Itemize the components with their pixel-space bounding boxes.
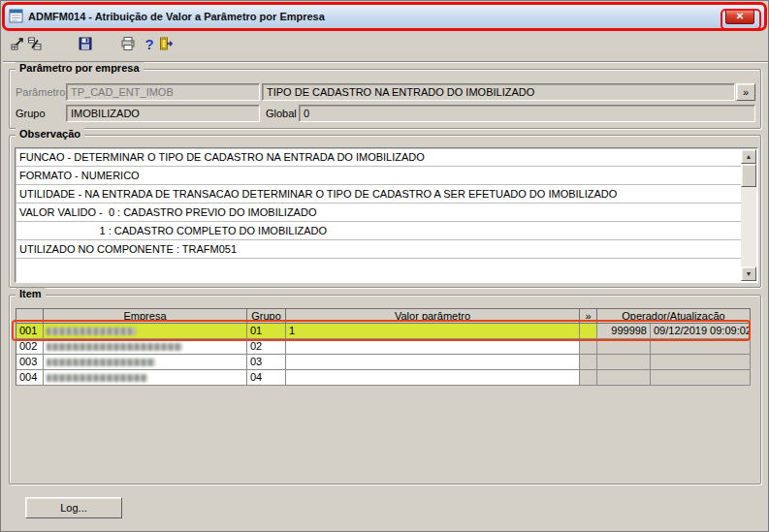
- header-expand-button[interactable]: »: [580, 309, 597, 324]
- observacao-line: FUNCAO - DETERMINAR O TIPO DE CADASTRO N…: [16, 148, 741, 167]
- observacao-line: UTILIDADE - NA ENTRADA DE TRANSACAO DETE…: [16, 185, 741, 203]
- redacted-company-name: [47, 359, 155, 366]
- item-group-title: Item: [16, 288, 46, 299]
- parametro-group-title: Parâmetro por empresa: [16, 62, 144, 74]
- atualizacao-cell: 09/12/2019 09:09:02: [651, 324, 751, 339]
- grupo-field[interactable]: IMOBILIZADO: [66, 105, 260, 122]
- observacao-line: 1 : CADASTRO COMPLETO DO IMOBILIZADO: [16, 222, 741, 240]
- duplicate-record-icon[interactable]: [26, 35, 44, 52]
- redacted-company-name: [47, 374, 147, 382]
- operador-cell: 999998: [597, 324, 651, 339]
- operador-cell: [597, 355, 651, 370]
- parametro-code-field[interactable]: TP_CAD_ENT_IMOB: [66, 83, 260, 101]
- log-button[interactable]: Log...: [25, 497, 122, 518]
- row-number-cell[interactable]: 003: [16, 355, 44, 370]
- atualizacao-cell: [651, 355, 751, 370]
- observacao-group-title: Observação: [16, 128, 84, 140]
- empresa-cell[interactable]: [44, 324, 247, 339]
- observacao-memo[interactable]: FUNCAO - DETERMINAR O TIPO DE CADASTRO N…: [15, 147, 758, 283]
- window-title: ADMFM014 - Atribuição de Valor a Parâmet…: [28, 11, 325, 22]
- help-icon[interactable]: ?: [141, 35, 158, 52]
- atualizacao-cell: [651, 370, 751, 386]
- header-operador-atualizacao: Operador/Atualização: [597, 309, 751, 324]
- parametro-groupbox: Parâmetro por empresa Parâmetro TP_CAD_E…: [9, 69, 761, 129]
- observacao-line: UTILIZADO NO COMPONENTE : TRAFM051: [16, 240, 741, 259]
- scroll-up-icon[interactable]: ▲: [741, 149, 756, 164]
- redacted-company-name: [47, 328, 136, 335]
- grupo-cell[interactable]: 02: [247, 339, 286, 355]
- row-number-cell[interactable]: 004: [16, 370, 44, 386]
- app-window: ADMFM014 - Atribuição de Valor a Parâmet…: [0, 0, 769, 532]
- titlebar[interactable]: ADMFM014 - Atribuição de Valor a Parâmet…: [5, 5, 766, 27]
- empresa-cell[interactable]: [44, 355, 247, 370]
- empresa-cell[interactable]: [44, 339, 247, 355]
- grupo-cell[interactable]: 01: [247, 324, 286, 339]
- header-grupo: Grupo: [247, 309, 286, 324]
- item-grid: Empresa Grupo Valor parâmetro » Operador…: [16, 308, 751, 386]
- operador-cell: [597, 370, 651, 386]
- observacao-groupbox: Observação FUNCAO - DETERMINAR O TIPO DE…: [9, 135, 761, 288]
- valor-parametro-cell[interactable]: 1: [286, 324, 580, 339]
- expand-cell[interactable]: [580, 324, 597, 339]
- app-icon: [9, 9, 23, 23]
- grupo-label: Grupo: [16, 105, 46, 122]
- exit-icon[interactable]: [157, 35, 175, 52]
- header-empresa: Empresa: [44, 309, 247, 324]
- global-label: Global: [266, 105, 297, 122]
- global-field[interactable]: 0: [299, 105, 755, 122]
- valor-parametro-cell[interactable]: [286, 370, 580, 386]
- expand-cell[interactable]: [580, 355, 597, 370]
- toolbar: ?: [1, 32, 768, 58]
- parametro-desc-field[interactable]: TIPO DE CADASTRO NA ENTRADO DO IMOBILIZA…: [262, 83, 735, 101]
- row-number-cell[interactable]: 001: [16, 324, 44, 339]
- transfer-record-icon[interactable]: [9, 35, 26, 52]
- expand-cell[interactable]: [580, 370, 597, 386]
- expand-cell[interactable]: [580, 339, 597, 355]
- parametro-label: Parâmetro: [16, 83, 65, 101]
- header-rownum: [16, 309, 44, 324]
- scrollbar-thumb[interactable]: [741, 164, 756, 187]
- memo-scrollbar[interactable]: ▲ ▼: [741, 149, 756, 281]
- header-valor-parametro: Valor parâmetro: [286, 309, 580, 324]
- close-button[interactable]: ✕: [725, 9, 754, 24]
- observacao-line: FORMATO - NUMERICO: [16, 167, 741, 185]
- save-icon[interactable]: [77, 35, 94, 52]
- valor-parametro-cell[interactable]: [286, 355, 580, 370]
- parametro-expand-button[interactable]: »: [736, 83, 755, 101]
- grupo-cell[interactable]: 04: [247, 370, 286, 386]
- print-icon[interactable]: [119, 35, 137, 52]
- scroll-down-icon[interactable]: ▼: [741, 266, 756, 281]
- redacted-company-name: [47, 343, 182, 351]
- valor-parametro-cell[interactable]: [286, 339, 580, 355]
- row-number-cell[interactable]: 002: [16, 339, 44, 355]
- item-groupbox: Item Empresa Grupo Valor parâmetro » Ope…: [9, 295, 761, 485]
- operador-cell: [597, 339, 651, 355]
- empresa-cell[interactable]: [44, 370, 247, 386]
- grupo-cell[interactable]: 03: [247, 355, 286, 370]
- observacao-line: VALOR VALIDO - 0 : CADASTRO PREVIO DO IM…: [16, 203, 741, 222]
- atualizacao-cell: [651, 339, 751, 355]
